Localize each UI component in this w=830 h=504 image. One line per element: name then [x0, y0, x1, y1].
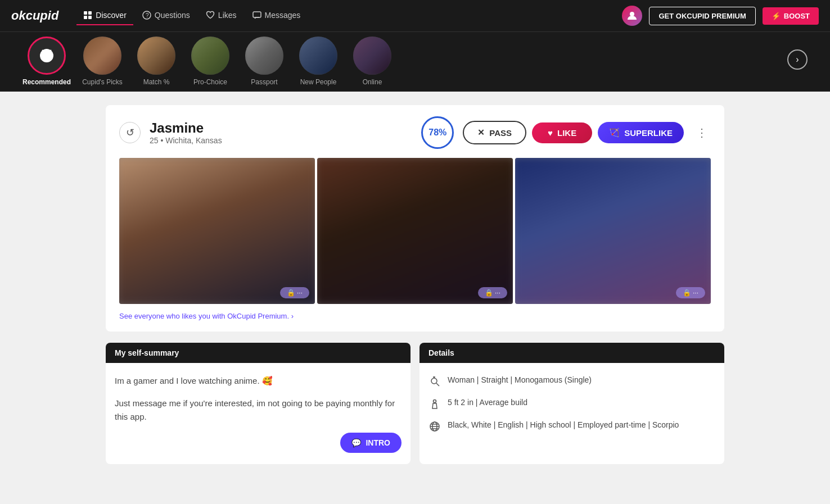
svg-point-16	[434, 400, 436, 403]
profile-photos: 🔒 ··· 🔒 ··· 🔒 ···	[119, 158, 711, 304]
globe-icon	[428, 420, 441, 433]
photo-badge-3: 🔒 ···	[676, 287, 705, 298]
superlike-button[interactable]: 🏹 SUPERLIKE	[598, 122, 684, 143]
profile-photo-3[interactable]: 🔒 ···	[515, 158, 711, 304]
category-list: Recommended Cupid's Picks Match % Pro-Ch…	[22, 37, 783, 92]
undo-button[interactable]: ↺	[119, 122, 141, 143]
nav-messages[interactable]: Messages	[246, 6, 308, 25]
chevron-right-icon: ›	[796, 55, 799, 65]
category-cupids-picks-label: Cupid's Picks	[82, 78, 123, 86]
superlike-label: SUPERLIKE	[624, 128, 673, 138]
svg-rect-1	[88, 11, 92, 15]
like-heart-icon: ♥	[548, 128, 553, 138]
undo-icon: ↺	[126, 126, 134, 139]
navbar: okcupid Discover ? Questions Likes Messa…	[0, 0, 830, 31]
profile-photo-1[interactable]: 🔒 ···	[119, 158, 315, 304]
intro-button-container: 💬 INTRO	[115, 433, 402, 453]
superlike-icon: 🏹	[609, 128, 620, 138]
pass-label: PASS	[489, 128, 512, 138]
category-recommended[interactable]: Recommended	[22, 37, 71, 92]
profile-name: Jasmine	[150, 120, 412, 136]
boost-icon: ⚡	[772, 12, 781, 20]
cupids-picks-photo	[83, 37, 121, 75]
detail-row-background: Black, White | English | High school | E…	[428, 419, 715, 433]
match-percent-badge: 78%	[421, 116, 454, 149]
questions-icon: ?	[142, 11, 151, 20]
user-avatar[interactable]	[622, 6, 642, 26]
boost-label: BOOST	[784, 12, 810, 20]
nav-discover[interactable]: Discover	[76, 6, 133, 25]
category-passport[interactable]: Passport	[242, 37, 287, 92]
recommended-icon	[38, 47, 55, 64]
premium-button[interactable]: GET OKCUPID PREMIUM	[649, 7, 755, 25]
category-match-label: Match %	[143, 78, 170, 86]
online-photo	[353, 37, 391, 75]
intro-label: INTRO	[366, 438, 390, 447]
nav-questions[interactable]: ? Questions	[136, 6, 197, 25]
svg-rect-0	[84, 11, 87, 15]
more-options-button[interactable]: ⋮	[693, 124, 711, 142]
like-label: LIKE	[557, 128, 576, 138]
intro-chat-icon: 💬	[351, 438, 361, 447]
svg-line-13	[436, 383, 439, 386]
photo-badge-2: 🔒 ···	[478, 287, 507, 298]
like-button[interactable]: ♥ LIKE	[532, 122, 592, 143]
profile-card: ↺ Jasmine 25 • Wichita, Kansas 78% ✕ PAS…	[106, 105, 724, 332]
profile-location: Wichita, Kansas	[165, 136, 222, 145]
new-people-photo	[299, 37, 337, 75]
category-match[interactable]: Match %	[134, 37, 179, 92]
boost-button[interactable]: ⚡ BOOST	[763, 7, 819, 25]
category-new-people[interactable]: New People	[296, 37, 341, 92]
intro-button[interactable]: 💬 INTRO	[340, 433, 402, 453]
detail-height-text: 5 ft 2 in | Average build	[448, 397, 527, 408]
info-panels: My self-summary Im a gamer and I love wa…	[106, 343, 724, 464]
category-next-button[interactable]: ›	[787, 49, 808, 70]
main-content: ↺ Jasmine 25 • Wichita, Kansas 78% ✕ PAS…	[94, 105, 736, 464]
premium-likes-prompt[interactable]: See everyone who likes you with OkCupid …	[119, 312, 711, 320]
category-online-label: Online	[363, 78, 382, 86]
category-cupids-picks[interactable]: Cupid's Picks	[80, 37, 125, 92]
nav-messages-label: Messages	[265, 11, 301, 20]
photo-badge-1: 🔒 ···	[280, 287, 309, 298]
profile-meta: 25 • Wichita, Kansas	[150, 136, 412, 145]
category-pro-choice-label: Pro-Choice	[193, 78, 227, 86]
nav-likes-label: Likes	[218, 11, 237, 20]
category-online[interactable]: Online	[350, 37, 395, 92]
details-panel: Details Woman | Straight | Monogamous (S…	[419, 343, 724, 464]
pass-button[interactable]: ✕ PASS	[463, 121, 526, 144]
match-photo	[137, 37, 175, 75]
height-icon	[428, 398, 441, 410]
category-pro-choice[interactable]: Pro-Choice	[188, 37, 233, 92]
category-passport-label: Passport	[251, 78, 277, 86]
svg-line-11	[42, 50, 43, 51]
summary-line-2: Just message me if you're interested, im…	[115, 397, 402, 424]
svg-line-10	[50, 50, 51, 51]
self-summary-body: Im a gamer and I love watching anime. 🥰 …	[106, 363, 411, 464]
svg-text:?: ?	[146, 12, 149, 19]
profile-header: ↺ Jasmine 25 • Wichita, Kansas 78% ✕ PAS…	[119, 116, 711, 149]
nav-right: GET OKCUPID PREMIUM ⚡ BOOST	[622, 6, 819, 26]
pro-choice-photo	[191, 37, 229, 75]
svg-rect-2	[84, 16, 87, 19]
svg-point-12	[431, 378, 437, 384]
profile-age: 25	[150, 136, 159, 145]
category-new-people-label: New People	[300, 78, 337, 86]
details-body: Woman | Straight | Monogamous (Single) 5…	[419, 363, 724, 453]
photo-blur-overlay-3	[515, 158, 711, 304]
detail-row-gender: Woman | Straight | Monogamous (Single)	[428, 374, 715, 388]
detail-background-text: Black, White | English | High school | E…	[448, 419, 679, 431]
brand-logo: okcupid	[11, 8, 58, 23]
nav-likes[interactable]: Likes	[199, 6, 243, 25]
detail-row-height: 5 ft 2 in | Average build	[428, 397, 715, 410]
recommended-icon-wrap	[28, 37, 66, 75]
profile-photo-2[interactable]: 🔒 ···	[317, 158, 513, 304]
details-header: Details	[419, 343, 724, 363]
likes-icon	[206, 11, 215, 20]
photo-blur-overlay-2	[317, 158, 513, 304]
category-bar: Recommended Cupid's Picks Match % Pro-Ch…	[0, 31, 830, 92]
profile-name-section: Jasmine 25 • Wichita, Kansas	[150, 120, 412, 145]
pass-x-icon: ✕	[477, 128, 485, 138]
discover-icon	[83, 11, 92, 20]
nav-links: Discover ? Questions Likes Messages	[76, 6, 608, 25]
category-recommended-label: Recommended	[22, 78, 71, 86]
